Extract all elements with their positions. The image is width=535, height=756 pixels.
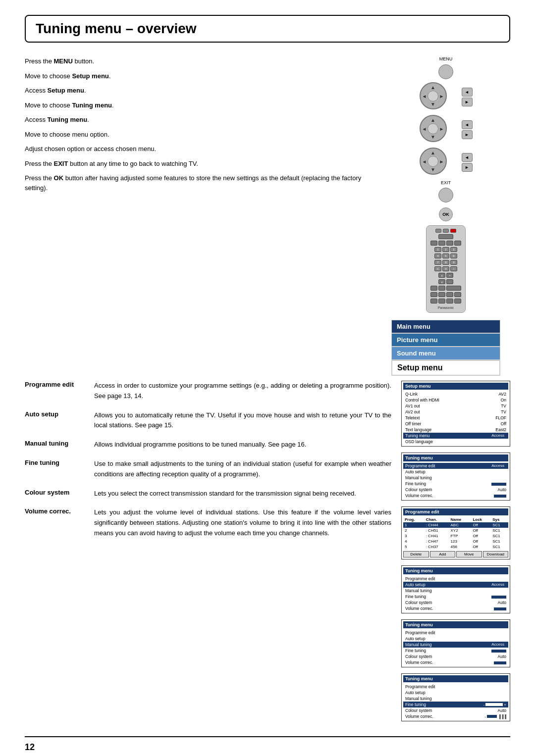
- screenshot-3-title: Programme edit: [403, 508, 508, 515]
- term-manual-tuning: Manual tuning: [25, 440, 84, 447]
- detail-auto-setup: Auto setup Allows you to automatically r…: [25, 410, 391, 431]
- term-auto-setup: Auto setup: [25, 410, 84, 418]
- instruction-7: Adjust chosen option or access chosen me…: [25, 144, 372, 154]
- move-button[interactable]: Move: [456, 551, 482, 557]
- page-number: 12: [25, 736, 510, 753]
- ss4-row-auto: Auto setupAccess: [403, 582, 508, 588]
- ss1-row-qlink: Q-LinkAV2: [403, 391, 508, 397]
- ss5-row-manual: Manual tuningAccess: [403, 642, 508, 648]
- ss2-row-fine: Fine tuning: [403, 481, 508, 487]
- ss1-row-av1: AV1 outTV: [403, 403, 508, 409]
- ss1-row-offtimer: Off timerOff: [403, 421, 508, 427]
- term-fine-tuning: Fine tuning: [25, 459, 84, 466]
- left-arrow-3[interactable]: ◄: [462, 153, 473, 162]
- ss1-row-av2: AV2 outTV: [403, 409, 508, 415]
- setup-menu-item[interactable]: Setup menu: [391, 360, 500, 376]
- ss5-row-colour: Colour systemAuto: [403, 654, 508, 659]
- term-programme-edit: Programme edit: [25, 381, 84, 388]
- ss1-row-teletext: TeletextFLOF: [403, 415, 508, 421]
- prog-row-2: 2: CH51XY2OffSC1: [403, 528, 508, 533]
- term-volume-correc: Volume correc.: [25, 507, 84, 515]
- ss4-row-colour: Colour systemAuto: [403, 600, 508, 605]
- desc-colour-system: Lets you select the correct transmission…: [94, 489, 391, 499]
- ss1-row-osd: OSD language: [403, 439, 508, 445]
- prog-row-1: 1: CH44ABCOffSC1: [403, 522, 508, 528]
- page-title: Tuning menu – overview: [25, 15, 510, 43]
- right-arrow-1[interactable]: ►: [462, 98, 473, 106]
- remote-diagram: MENU ▲ ▼ ◄ ► ◄ ►: [420, 56, 473, 221]
- menu-label: MENU: [439, 56, 453, 61]
- ss1-row-tuning: Tuning menuAccess: [403, 433, 508, 439]
- details-section: Programme edit Access in order to custom…: [25, 381, 391, 721]
- desc-auto-setup: Allows you to automatically retune the T…: [94, 410, 391, 431]
- tv-remote-image: 123 456 789 C0i ∧+ ∨-: [426, 225, 466, 313]
- prog-row-4: 4: CH47123OffSC1: [403, 539, 508, 544]
- prog-row-3: 3: CH41FTPOffSC1: [403, 533, 508, 539]
- ss2-row-vol: Volume correc.: [403, 493, 508, 499]
- ss5-row-vol: Volume correc.: [403, 659, 508, 665]
- screenshot-tuning-2: Tuning menu Programme edit Auto setupAcc…: [401, 565, 510, 613]
- screenshot-1-title: Setup menu: [403, 383, 508, 390]
- ss2-row-auto: Auto setup: [403, 469, 508, 475]
- ss6-row-colour: Colour systemAuto: [403, 707, 508, 713]
- ss6-row-progedit: Programme edit: [403, 684, 508, 690]
- desc-programme-edit: Access in order to customize your progra…: [94, 381, 391, 402]
- ss6-row-fine: Fine tuning-+: [403, 702, 508, 707]
- ss5-row-fine: Fine tuning: [403, 648, 508, 654]
- ss1-row-textlang: Text languageEast2: [403, 427, 508, 433]
- add-button[interactable]: Add: [430, 551, 456, 557]
- screenshot-2-title: Tuning menu: [403, 454, 508, 461]
- desc-manual-tuning: Allows individual programme positions to…: [94, 440, 391, 450]
- left-arrow-1[interactable]: ◄: [462, 88, 473, 97]
- download-button[interactable]: Download: [483, 551, 509, 557]
- ss6-row-vol: Volume correc.-▐▐▐: [403, 713, 508, 719]
- ss2-row-colour: Colour systemAuto: [403, 487, 508, 493]
- prog-row-5: 5: CH37456OffSC1: [403, 544, 508, 550]
- sound-menu-item[interactable]: Sound menu: [391, 347, 500, 360]
- ss6-row-auto: Auto setup: [403, 690, 508, 696]
- ss4-row-manual: Manual tuning: [403, 588, 508, 594]
- instruction-1: Press the MENU button.: [25, 56, 372, 66]
- screenshot-tuning-4: Tuning menu Programme edit Auto setup Ma…: [401, 673, 510, 721]
- main-menu-item[interactable]: Main menu: [391, 320, 500, 333]
- instructions-section: Press the MENU button. Move to choose Se…: [25, 56, 372, 193]
- main-menu-box: Main menu Picture menu Sound menu Setup …: [391, 320, 500, 376]
- instruction-8: Press the EXIT button at any time to go …: [25, 159, 372, 169]
- left-arrow-2[interactable]: ◄: [462, 120, 473, 129]
- ss4-row-vol: Volume correc.: [403, 605, 508, 611]
- exit-label: EXIT: [441, 180, 451, 185]
- programme-table-buttons: Delete Add Move Download: [403, 551, 508, 557]
- ss5-row-auto: Auto setup: [403, 636, 508, 642]
- delete-button[interactable]: Delete: [403, 551, 429, 557]
- exit-button[interactable]: [438, 188, 453, 202]
- right-arrow-3[interactable]: ►: [462, 163, 473, 172]
- term-colour-system: Colour system: [25, 489, 84, 496]
- screenshot-5-title: Tuning menu: [403, 621, 508, 628]
- nav-cross-1[interactable]: ▲ ▼ ◄ ►: [420, 82, 447, 109]
- screenshot-prog-edit: Programme edit Prog.Chan.NameLockSys 1: …: [401, 506, 510, 559]
- ss2-row-manual: Manual tuning: [403, 475, 508, 481]
- detail-fine-tuning: Fine tuning Use to make small adjustment…: [25, 459, 391, 480]
- instruction-2: Move to choose Setup menu.: [25, 71, 372, 81]
- screenshot-setup-menu: Setup menu Q-LinkAV2 Control with HDMIOn…: [401, 381, 510, 447]
- detail-programme-edit: Programme edit Access in order to custom…: [25, 381, 391, 402]
- ss4-row-fine: Fine tuning: [403, 594, 508, 600]
- instruction-4: Move to choose Tuning menu.: [25, 101, 372, 110]
- screenshot-4-title: Tuning menu: [403, 567, 508, 574]
- screenshot-6-title: Tuning menu: [403, 675, 508, 682]
- detail-manual-tuning: Manual tuning Allows individual programm…: [25, 440, 391, 450]
- detail-volume-correc: Volume correc. Lets you adjust the volum…: [25, 507, 391, 538]
- ss5-row-progedit: Programme edit: [403, 630, 508, 636]
- screenshot-tuning-3: Tuning menu Programme edit Auto setup Ma…: [401, 619, 510, 667]
- menu-button[interactable]: [438, 64, 453, 79]
- screenshot-tuning-1: Tuning menu Programme editAccess Auto se…: [401, 453, 510, 501]
- programme-table: Prog.Chan.NameLockSys 1: CH44ABCOffSC1 2…: [403, 517, 508, 550]
- ok-button[interactable]: OK: [439, 207, 453, 221]
- picture-menu-item[interactable]: Picture menu: [391, 333, 500, 347]
- ss2-row-progedit: Programme editAccess: [403, 463, 508, 469]
- ss6-row-manual: Manual tuning: [403, 696, 508, 702]
- nav-cross-3[interactable]: ▲ ▼ ◄ ►: [420, 148, 447, 175]
- desc-volume-correc: Lets you adjust the volume level of indi…: [94, 507, 391, 538]
- right-arrow-2[interactable]: ►: [462, 130, 473, 139]
- nav-cross-2[interactable]: ▲ ▼ ◄ ►: [420, 115, 447, 142]
